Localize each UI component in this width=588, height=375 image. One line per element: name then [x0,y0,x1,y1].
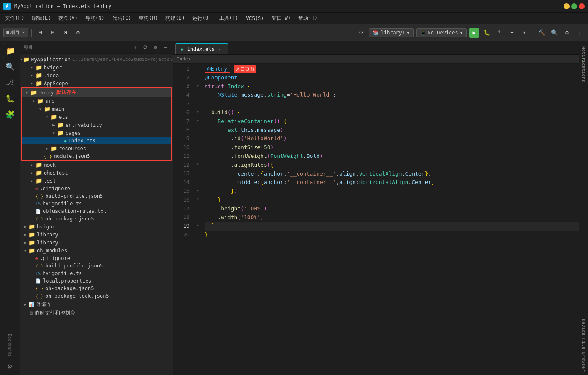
gutter-16[interactable]: ▾ [194,195,201,204]
gutter-3[interactable]: ▾ [194,81,201,90]
tree-hvigorfile[interactable]: TS hvigorfile.ts [20,200,173,207]
tree-module-json[interactable]: { } module.json5 [22,152,171,160]
tree-main[interactable]: ▾ 📁 main [22,105,171,113]
activity-search[interactable]: 🔍 [3,59,18,74]
tree-entry[interactable]: ▾ 📁 entry 默认存在 [22,88,171,97]
tree-mock-label: mock [44,162,56,168]
attach-icon[interactable]: ⚡ [520,28,530,38]
tree-gitignore[interactable]: ⊗ .gitignore [20,185,173,192]
activity-extensions[interactable]: 🧩 [3,107,18,122]
tree-gitignore2[interactable]: ⊗ .gitignore [20,254,173,262]
tree-oh-package[interactable]: { } oh-package.json5 [20,215,173,223]
tree-build-profile[interactable]: { } build-profile.json5 [20,192,173,200]
tree-local-properties[interactable]: 📄 local.properties [20,277,173,285]
tree-build-profile2[interactable]: { } build-profile.json5 [20,262,173,270]
tree-index-ets[interactable]: ◆ Index.ets [22,137,171,144]
align-left-icon[interactable]: ⊞ [35,28,45,38]
devices-dropdown[interactable]: 📱 No Devices ▾ [416,28,467,37]
tree-library-label: library [37,232,58,238]
tree-resources[interactable]: ▶ 📁 resources [22,144,171,152]
menu-window[interactable]: 窗口(W) [268,13,294,24]
menu-vcs[interactable]: VCS(S) [242,14,267,23]
editor-tab-index[interactable]: ◆ Index.ets ✕ [175,43,228,54]
notifications-panel[interactable]: Notifications [580,43,587,86]
tree-main-arrow: ▾ [37,107,44,111]
menu-nav[interactable]: 导航(N) [82,13,108,24]
minimize-button[interactable]: — [564,3,570,9]
debug-icon[interactable]: 🐛 [482,28,492,38]
code-area[interactable]: 1 2 3 4 5 6 7 8 9 10 11 12 13 14 15 16 1… [173,64,579,375]
tree-src-arrow: ▾ [30,99,37,103]
tree-ohostest[interactable]: ▶ 📁 ohosTest [20,169,173,177]
tree-root[interactable]: ▾ 📁 MyApplication C:\Users\yeah1\DevEcoS… [20,55,173,63]
library-dropdown[interactable]: 📚 library1 ▾ [369,28,413,37]
tree-temp-icon: 🖥 [29,310,33,316]
menu-file[interactable]: 文件(F) [2,13,28,24]
sidebar-collapse-icon[interactable]: — [161,43,170,52]
tree-appscope[interactable]: ▶ 📁 AppScope [20,79,173,87]
build-icon[interactable]: 🔨 [537,28,547,38]
device-browser-panel[interactable]: Device File Browser [580,315,587,375]
tree-mock[interactable]: ▶ 📁 mock [20,161,173,169]
gutter-17 [194,204,201,212]
tree-hvigorfile2[interactable]: TS hvigorfile.ts [20,270,173,277]
title-bar: A MyApplication – Index.ets [entry] — □ … [0,0,588,13]
gutter-15[interactable]: ▾ [194,186,201,195]
tree-hvigor2[interactable]: ▶ 📁 hvigor [20,223,173,231]
project-dropdown[interactable]: ≡ 项目 ▾ [3,28,28,37]
code-line-14: middle : { anchor : '__container__' , al… [205,178,579,187]
tree-library1[interactable]: ▶ 📁 library1 [20,239,173,247]
activity-explorer[interactable]: 📁 [3,43,18,58]
gutter-7[interactable]: ▾ [194,116,201,125]
menu-build[interactable]: 构建(B) [162,13,188,24]
menu-code[interactable]: 代码(C) [109,13,135,24]
menu-refactor[interactable]: 重构(R) [135,13,161,24]
code-content[interactable]: @Entry 入口页面 @Component struct Index { [201,64,579,375]
search-icon[interactable]: 🔍 [549,28,559,38]
gutter-6[interactable]: ▾ [194,108,201,116]
tree-oh-package-lock[interactable]: { } oh-package-lock.json5 [20,292,173,300]
profile-icon[interactable]: ⏱ [494,28,504,38]
activity-git[interactable]: ⎇ [3,75,18,90]
tree-library[interactable]: ▶ 📁 library [20,231,173,239]
sidebar-add-icon[interactable]: + [131,43,139,52]
split-icon[interactable]: ⊟ [48,28,58,38]
tree-pages[interactable]: ▾ 📁 pages [22,129,171,137]
sync-icon[interactable]: ⟳ [356,28,366,38]
tree-external[interactable]: ▶ 📊 外部库 [20,300,173,309]
settings-icon[interactable]: ⚙ [73,28,83,38]
gutter-19[interactable]: ▾ [194,221,201,230]
menu-view[interactable]: 视图(V) [55,13,81,24]
tree-obfuscation[interactable]: 📄 obfuscation-rules.txt [20,207,173,215]
entry-annotation-label: 入口页面 [234,65,256,73]
settings2-icon[interactable]: ⚙ [562,28,572,38]
library-chevron: ▾ [407,30,410,36]
run-button[interactable]: ▶ [469,28,479,38]
view-icon[interactable]: ⊠ [60,28,71,38]
tab-close-button[interactable]: ✕ [217,46,223,52]
activity-debug[interactable]: 🐛 [3,91,18,106]
close-button[interactable]: ✕ [579,3,585,9]
tree-test[interactable]: ▶ 📁 test [20,177,173,185]
tree-idea[interactable]: ▶ 📁 .idea [20,71,173,79]
activity-settings[interactable]: ⚙ [3,358,18,373]
tree-temp[interactable]: 🖥 临时文件和控制台 [20,309,173,317]
tree-src[interactable]: ▾ 📁 src [22,97,171,105]
coverage-icon[interactable]: ☂ [507,28,517,38]
menu-run[interactable]: 运行(U) [189,13,215,24]
maximize-button[interactable]: □ [571,3,577,9]
tree-entryability[interactable]: ▶ 📁 entryability [22,121,171,129]
tree-ets[interactable]: ▾ 📁 ets [22,113,171,121]
sidebar-settings-icon[interactable]: ⚙ [151,43,160,52]
tree-main-label: main [52,106,64,112]
tree-hvigor[interactable]: ▶ 📁 hvigor [20,63,173,71]
gutter-12[interactable]: ▾ [194,160,201,169]
menu-tools[interactable]: 工具(T) [216,13,242,24]
collapse-icon[interactable]: — [86,28,96,38]
tree-oh-modules[interactable]: ▾ 📁 oh_modules [20,247,173,254]
menu-help[interactable]: 帮助(H) [295,13,321,24]
tree-oh-package2[interactable]: { } oh-package.json5 [20,285,173,292]
sidebar-sync-icon[interactable]: ⟳ [141,43,150,52]
more-icon[interactable]: ⋮ [575,28,585,38]
menu-edit[interactable]: 编辑(E) [29,13,55,24]
